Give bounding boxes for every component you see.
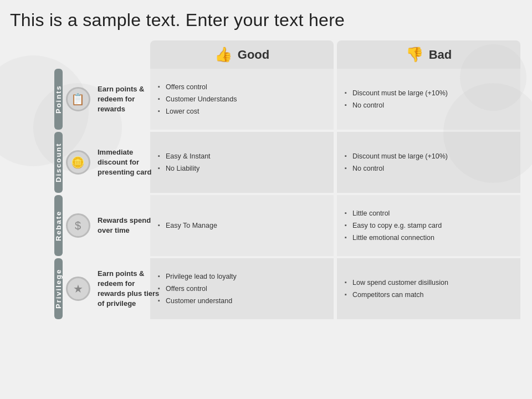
row-points: Points 📋 Earn points & redeem for reward… xyxy=(54,69,522,130)
row-icon-col: 🪙 xyxy=(63,150,93,175)
row-bad-discount: Discount must be large (+10%)No control xyxy=(337,132,520,193)
row-good-privilege: Privilege lead to loyaltyOffers controlC… xyxy=(150,258,334,319)
bad-item: Low spend customer disillusion xyxy=(345,277,448,289)
points-icon: 📋 xyxy=(66,87,90,111)
good-item: Lower cost xyxy=(158,105,237,117)
good-item: Offers control xyxy=(158,81,237,93)
row-label-col: Discount 🪙 Immediate discount for presen… xyxy=(54,132,149,193)
good-item: Easy & Instant xyxy=(158,150,211,162)
bad-item: Little emotional connection xyxy=(345,232,442,244)
bad-item: Discount must be large (+10%) xyxy=(345,87,448,99)
good-item: Offers control xyxy=(158,283,237,295)
privilege-icon: ★ xyxy=(66,277,90,301)
bad-item: Easy to copy e.g. stamp card xyxy=(345,219,442,232)
row-discount: Discount 🪙 Immediate discount for presen… xyxy=(54,132,522,193)
data-rows: Points 📋 Earn points & redeem for reward… xyxy=(54,69,522,321)
header-bad: 👎 Bad xyxy=(337,40,520,69)
row-good-rebate: Easy To Manage xyxy=(150,195,334,256)
row-label-bar-discount: Discount xyxy=(54,132,63,193)
row-bad-rebate: Little controlEasy to copy e.g. stamp ca… xyxy=(337,195,520,256)
row-desc-points: Earn points & redeem for rewards xyxy=(93,79,165,120)
row-label-col: Points 📋 Earn points & redeem for reward… xyxy=(54,69,149,130)
bad-item: Little control xyxy=(345,207,442,219)
bad-label: Bad xyxy=(429,48,452,62)
row-label-col: Rebate $ Rewards spend over time xyxy=(54,195,149,256)
row-desc-discount: Immediate discount for presenting card xyxy=(93,142,165,183)
good-item: Easy To Manage xyxy=(158,219,217,232)
thumbdown-icon: 👎 xyxy=(406,46,423,63)
row-label-bar-points: Points xyxy=(54,69,63,130)
discount-icon: 🪙 xyxy=(66,150,90,175)
table-area: 👍 Good 👎 Bad Points 📋 Earn points & rede… xyxy=(54,40,522,321)
row-privilege: Privilege ★ Earn points & redeem for rew… xyxy=(54,258,522,319)
row-bad-privilege: Low spend customer disillusionCompetitor… xyxy=(337,258,520,319)
row-label-col: Privilege ★ Earn points & redeem for rew… xyxy=(54,258,149,319)
row-good-points: Offers controlCustomer UnderstandsLower … xyxy=(150,69,334,130)
good-label: Good xyxy=(238,48,269,62)
good-item: No Liability xyxy=(158,162,211,175)
page-wrapper: This is a sample text. Enter your text h… xyxy=(0,0,532,399)
header-good: 👍 Good xyxy=(150,40,334,69)
row-label-bar-privilege: Privilege xyxy=(54,258,63,319)
good-item: Customer understand xyxy=(158,295,237,307)
bad-item: No control xyxy=(345,162,448,175)
bad-item: Discount must be large (+10%) xyxy=(345,150,448,162)
page-title: This is a sample text. Enter your text h… xyxy=(10,10,522,30)
row-icon-col: ★ xyxy=(63,277,93,301)
good-item: Customer Understands xyxy=(158,93,237,105)
row-bad-points: Discount must be large (+10%)No control xyxy=(337,69,520,130)
row-desc-privilege: Earn points & redeem for rewards plus ti… xyxy=(93,263,165,315)
bad-item: No control xyxy=(345,99,448,111)
bad-item: Competitors can match xyxy=(345,289,448,301)
row-icon-col: $ xyxy=(63,213,93,238)
row-good-discount: Easy & InstantNo Liability xyxy=(150,132,334,193)
row-icon-col: 📋 xyxy=(63,87,93,111)
thumbup-icon: 👍 xyxy=(214,46,232,63)
good-item: Privilege lead to loyalty xyxy=(158,270,237,283)
rebate-icon: $ xyxy=(66,213,90,238)
header-row: 👍 Good 👎 Bad xyxy=(149,40,522,69)
row-desc-rebate: Rewards spend over time xyxy=(93,210,165,241)
row-rebate: Rebate $ Rewards spend over time Easy To… xyxy=(54,195,522,256)
row-label-bar-rebate: Rebate xyxy=(54,195,63,256)
